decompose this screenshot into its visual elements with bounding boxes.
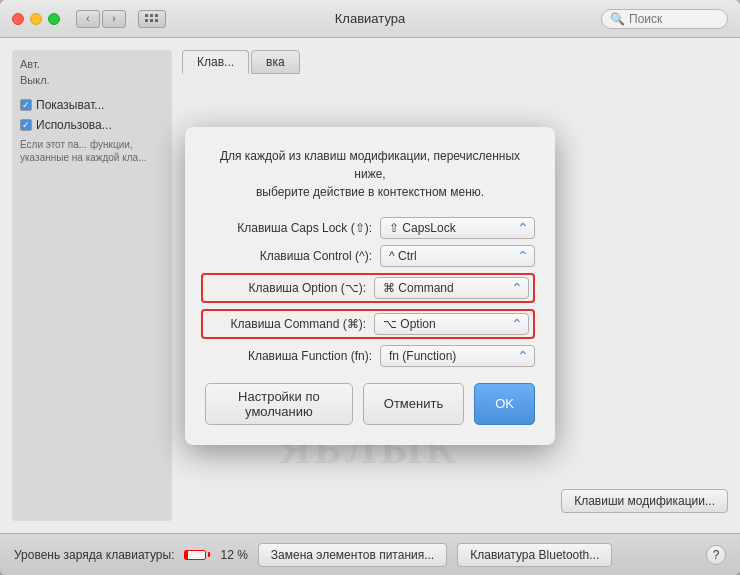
grid-button[interactable]	[138, 10, 166, 28]
replace-battery-button[interactable]: Замена элементов питания...	[258, 543, 447, 567]
key-row-function: Клавиша Function (fn): fn (Function) ⌃	[205, 345, 535, 367]
key-row-capslock: Клавиша Caps Lock (⇧): ⇧ CapsLock ⌃	[205, 217, 535, 239]
nav-buttons: ‹ ›	[76, 10, 126, 28]
close-button[interactable]	[12, 13, 24, 25]
titlebar: ‹ › Клавиатура 🔍	[0, 0, 740, 38]
battery-body	[184, 550, 206, 560]
modal-buttons: Настройки по умолчанию Отменить OK	[205, 383, 535, 425]
function-select-wrapper: fn (Function) ⌃	[380, 345, 535, 367]
back-button[interactable]: ‹	[76, 10, 100, 28]
traffic-lights	[12, 13, 60, 25]
window-body: Авт. Выкл. ✓ Показыват... ✓ Использова..…	[0, 38, 740, 533]
control-select-wrapper: ^ Ctrl ⌃	[380, 245, 535, 267]
search-box[interactable]: 🔍	[601, 9, 728, 29]
grid-icon	[145, 14, 159, 23]
forward-button[interactable]: ›	[102, 10, 126, 28]
function-label: Клавиша Function (fn):	[205, 349, 372, 363]
capslock-label: Клавиша Caps Lock (⇧):	[205, 221, 372, 235]
bluetooth-button[interactable]: Клавиатура Bluetooth...	[457, 543, 612, 567]
command-label: Клавиша Command (⌘):	[207, 317, 366, 331]
main-window: ‹ › Клавиатура 🔍 Авт. Выкл. ✓ Показыват.…	[0, 0, 740, 575]
defaults-button[interactable]: Настройки по умолчанию	[205, 383, 353, 425]
cancel-button[interactable]: Отменить	[363, 383, 464, 425]
battery-percentage: 12 %	[220, 548, 247, 562]
key-row-command: Клавиша Command (⌘): ⌥ Option ⌃	[201, 309, 535, 339]
battery-icon	[184, 550, 210, 560]
search-input[interactable]	[629, 12, 719, 26]
battery-label: Уровень заряда клавиатуры:	[14, 548, 174, 562]
battery-tip	[208, 552, 210, 557]
maximize-button[interactable]	[48, 13, 60, 25]
option-select[interactable]: ⌘ Command	[374, 277, 529, 299]
control-label: Клавиша Control (^):	[205, 249, 372, 263]
modal-dialog: Для каждой из клавиш модификации, перечи…	[185, 127, 555, 445]
battery-fill	[185, 551, 188, 559]
control-select[interactable]: ^ Ctrl	[380, 245, 535, 267]
key-row-option: Клавиша Option (⌥): ⌘ Command ⌃	[201, 273, 535, 303]
option-select-wrapper: ⌘ Command ⌃	[374, 277, 529, 299]
modal-description: Для каждой из клавиш модификации, перечи…	[205, 147, 535, 201]
command-select[interactable]: ⌥ Option	[374, 313, 529, 335]
ok-button[interactable]: OK	[474, 383, 535, 425]
function-select[interactable]: fn (Function)	[380, 345, 535, 367]
key-row-control: Клавиша Control (^): ^ Ctrl ⌃	[205, 245, 535, 267]
command-select-wrapper: ⌥ Option ⌃	[374, 313, 529, 335]
option-label: Клавиша Option (⌥):	[207, 281, 366, 295]
modal-overlay: Для каждой из клавиш модификации, перечи…	[0, 38, 740, 533]
capslock-select[interactable]: ⇧ CapsLock	[380, 217, 535, 239]
window-title: Клавиатура	[335, 11, 405, 26]
help-button[interactable]: ?	[706, 545, 726, 565]
capslock-select-wrapper: ⇧ CapsLock ⌃	[380, 217, 535, 239]
bottom-bar: Уровень заряда клавиатуры: 12 % Замена э…	[0, 533, 740, 575]
minimize-button[interactable]	[30, 13, 42, 25]
